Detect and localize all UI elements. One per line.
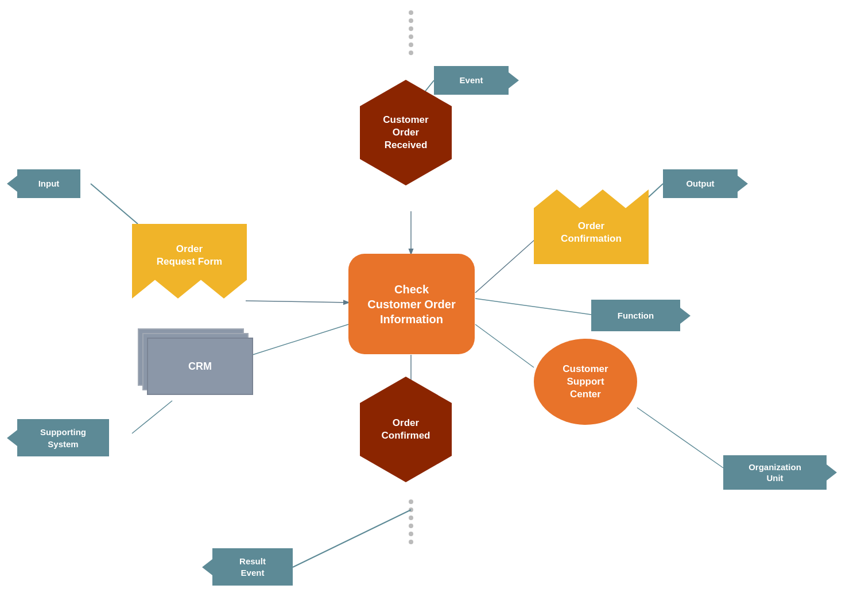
order-confirmed-shape: OrderConfirmed [360,403,452,456]
svg-line-4 [253,324,348,355]
organization-unit-label: OrganizationUnit [723,455,827,490]
result-event-label: ResultEvent [212,548,293,586]
customer-order-received-shape: CustomerOrderReceived [360,106,452,159]
input-label: Input [17,169,80,198]
order-confirmation-node: OrderConfirmation [534,189,649,264]
svg-line-5 [475,324,534,367]
svg-line-2 [246,301,348,303]
crm-node: CRM [138,328,253,397]
svg-line-3 [475,235,540,293]
svg-line-7 [132,401,172,433]
svg-line-6 [475,299,591,315]
customer-order-received-node: CustomerOrderReceived [360,106,452,159]
svg-line-12 [293,510,411,567]
function-label: Function [591,300,680,331]
top-dots [409,10,413,55]
customer-support-center-node: CustomerSupportCenter [534,339,637,425]
bottom-dots [409,499,413,544]
svg-line-10 [91,184,138,224]
order-request-form-node: OrderRequest Form [132,224,247,299]
check-customer-order-node: CheckCustomer OrderInformation [348,254,475,354]
order-confirmed-node: OrderConfirmed [360,403,452,456]
svg-line-8 [637,408,723,468]
supporting-system-label: SupportingSystem [17,419,109,456]
output-label: Output [663,169,738,198]
